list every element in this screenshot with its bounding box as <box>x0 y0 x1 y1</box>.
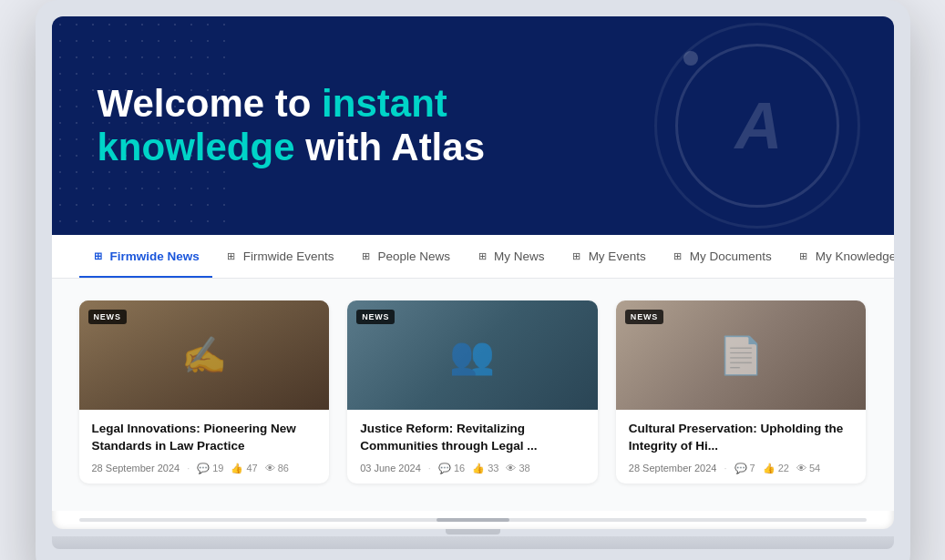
comment-count-1: 19 <box>212 463 223 473</box>
card-views-1: 👁 86 <box>265 463 289 473</box>
tab-my-events[interactable]: ⊞ My Events <box>558 235 659 278</box>
hero-line1-prefix: Welcome to <box>98 82 323 125</box>
card-meta-1: 28 September 2024 · 💬 19 👍 47 <box>92 463 317 474</box>
hero-line1-accent: instant <box>322 82 447 125</box>
news-card-1[interactable]: NEWS Legal Innovations: Pioneering New S… <box>79 300 330 484</box>
card-dot-3a: · <box>724 463 726 473</box>
laptop-notch <box>446 529 500 535</box>
cards-grid: NEWS Legal Innovations: Pioneering New S… <box>79 300 867 484</box>
tab-label-my-knowledge: My Knowledge <box>816 249 894 263</box>
hero-line2-accent: knowledge <box>98 126 295 168</box>
news-badge-1: NEWS <box>88 310 127 324</box>
navigation-tabs: ⊞ Firmwide News ⊞ Firmwide Events ⊞ Peop… <box>52 235 894 279</box>
tab-my-documents[interactable]: ⊞ My Documents <box>659 235 785 278</box>
hero-logo-circle: A <box>675 44 839 208</box>
tab-firmwide-news[interactable]: ⊞ Firmwide News <box>79 235 212 278</box>
tab-icon-my-knowledge: ⊞ <box>797 250 810 263</box>
tab-icon-my-news: ⊞ <box>476 250 488 263</box>
card-title-2: Justice Reform: Revitalizing Communities… <box>360 421 585 455</box>
like-icon-1: 👍 <box>231 463 243 474</box>
scrollbar-thumb[interactable] <box>437 518 509 522</box>
tab-my-knowledge[interactable]: ⊞ My Knowledge <box>785 235 894 278</box>
tab-label-my-events: My Events <box>589 249 646 263</box>
hero-line1: Welcome to instant <box>98 82 486 126</box>
news-badge-2: NEWS <box>356 310 395 324</box>
view-count-1: 86 <box>278 463 289 473</box>
like-count-3: 22 <box>778 463 789 473</box>
tab-firmwide-events[interactable]: ⊞ Firmwide Events <box>212 235 347 278</box>
hero-line2-suffix: with Atlas <box>295 126 485 168</box>
card-dot-2a: · <box>428 463 431 473</box>
laptop-base <box>52 536 894 549</box>
hero-logo-letter: A <box>735 88 779 163</box>
view-icon-3: 👁 <box>796 463 806 473</box>
card-body-2: Justice Reform: Revitalizing Communities… <box>347 410 598 484</box>
card-likes-3: 👍 22 <box>763 463 789 474</box>
card-date-1: 28 September 2024 <box>92 463 180 473</box>
card-meta-2: 03 June 2024 · 💬 16 👍 33 👁 <box>360 463 585 474</box>
tab-label-my-news: My News <box>494 249 545 263</box>
laptop-frame: Welcome to instant knowledge with Atlas … <box>36 0 910 560</box>
scrollbar-track <box>79 518 867 522</box>
tab-icon-my-documents: ⊞ <box>672 250 684 263</box>
card-views-3: 👁 54 <box>796 463 820 473</box>
like-icon-3: 👍 <box>763 463 776 474</box>
tab-icon-firmwide-news: ⊞ <box>92 250 105 263</box>
card-body-3: Cultural Preservation: Upholding the Int… <box>616 410 867 484</box>
card-likes-2: 👍 33 <box>472 463 498 474</box>
view-icon-2: 👁 <box>506 463 516 473</box>
main-content: NEWS Legal Innovations: Pioneering New S… <box>52 279 894 511</box>
card-image-2: NEWS <box>347 300 598 410</box>
card-comments-3: 💬 7 <box>734 463 755 474</box>
comment-icon-3: 💬 <box>734 463 747 474</box>
tab-icon-firmwide-events: ⊞ <box>225 250 238 263</box>
card-image-1: NEWS <box>79 300 330 410</box>
card-title-3: Cultural Preservation: Upholding the Int… <box>629 421 854 455</box>
card-body-1: Legal Innovations: Pioneering New Standa… <box>79 410 330 484</box>
card-likes-1: 👍 47 <box>231 463 257 474</box>
like-count-1: 47 <box>246 463 257 473</box>
hero-title: Welcome to instant knowledge with Atlas <box>98 82 486 170</box>
card-comments-1: 💬 19 <box>197 463 223 474</box>
news-card-3[interactable]: NEWS Cultural Preservation: Upholding th… <box>616 300 867 484</box>
card-meta-3: 28 September 2024 · 💬 7 👍 22 <box>629 463 854 474</box>
hero-dot-accent <box>683 51 698 66</box>
card-title-1: Legal Innovations: Pioneering New Standa… <box>92 421 317 455</box>
card-image-3: NEWS <box>616 300 867 410</box>
view-count-3: 54 <box>809 463 820 473</box>
tab-people-news[interactable]: ⊞ People News <box>347 235 464 278</box>
comment-icon-1: 💬 <box>197 463 210 474</box>
tab-icon-my-events: ⊞ <box>570 250 583 263</box>
like-count-2: 33 <box>488 463 498 473</box>
tab-my-news[interactable]: ⊞ My News <box>463 235 558 278</box>
card-dot-1a: · <box>187 463 190 473</box>
tab-label-firmwide-news: Firmwide News <box>110 249 200 263</box>
comment-count-3: 7 <box>750 463 755 473</box>
view-icon-1: 👁 <box>265 463 275 473</box>
view-count-2: 38 <box>519 463 529 473</box>
card-views-2: 👁 38 <box>506 463 529 473</box>
card-date-2: 03 June 2024 <box>360 463 421 473</box>
screen: Welcome to instant knowledge with Atlas … <box>52 16 894 529</box>
hero-banner: Welcome to instant knowledge with Atlas … <box>52 16 894 235</box>
card-comments-2: 💬 16 <box>438 463 465 474</box>
comment-count-2: 16 <box>454 463 465 473</box>
comment-icon-2: 💬 <box>438 463 451 474</box>
card-date-3: 28 September 2024 <box>629 463 717 473</box>
tab-label-people-news: People News <box>378 249 451 263</box>
hero-line2: knowledge with Atlas <box>98 126 486 169</box>
tab-icon-people-news: ⊞ <box>360 250 373 263</box>
news-badge-3: NEWS <box>625 310 663 324</box>
tab-label-firmwide-events: Firmwide Events <box>243 249 334 263</box>
like-icon-2: 👍 <box>472 463 485 474</box>
news-card-2[interactable]: NEWS Justice Reform: Revitalizing Commun… <box>347 300 598 484</box>
tab-label-my-documents: My Documents <box>690 249 772 263</box>
